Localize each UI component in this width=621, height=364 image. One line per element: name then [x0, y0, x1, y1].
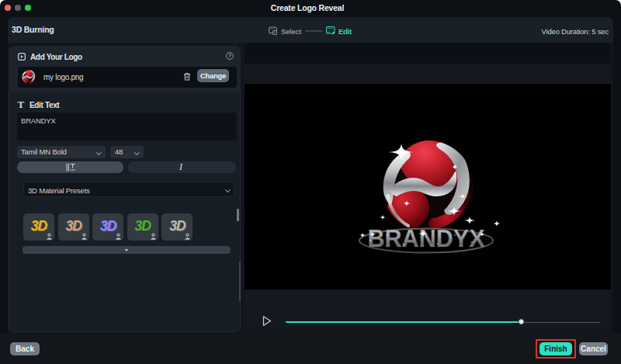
- svg-text:BRANDYX: BRANDYX: [368, 224, 486, 252]
